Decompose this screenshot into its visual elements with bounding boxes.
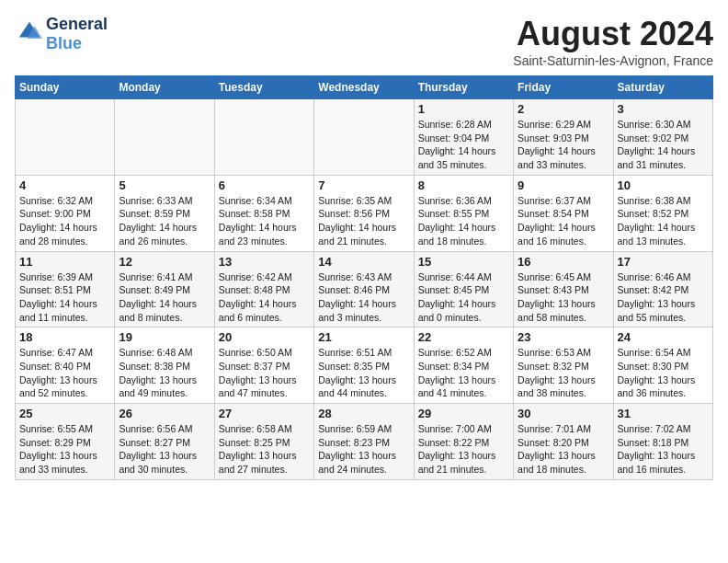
calendar-day-17: 17Sunrise: 6:46 AMSunset: 8:42 PMDayligh… — [613, 251, 712, 327]
day-number: 11 — [19, 255, 110, 269]
empty-cell — [314, 99, 414, 176]
day-number: 5 — [119, 178, 210, 192]
day-number: 19 — [119, 330, 210, 344]
calendar-day-12: 12Sunrise: 6:41 AMSunset: 8:49 PMDayligh… — [115, 251, 214, 327]
day-number: 18 — [19, 330, 110, 344]
day-number: 15 — [418, 255, 509, 269]
day-number: 26 — [119, 407, 210, 420]
day-info: Sunrise: 6:46 AMSunset: 8:42 PMDaylight:… — [618, 270, 709, 325]
day-info: Sunrise: 6:54 AMSunset: 8:30 PMDaylight:… — [618, 346, 709, 400]
day-number: 20 — [219, 330, 310, 344]
calendar-day-5: 5Sunrise: 6:33 AMSunset: 8:59 PMDaylight… — [115, 175, 214, 251]
day-number: 7 — [318, 178, 409, 192]
day-number: 6 — [219, 178, 310, 192]
day-info: Sunrise: 6:32 AMSunset: 9:00 PMDaylight:… — [19, 194, 110, 248]
day-number: 28 — [318, 407, 409, 420]
day-info: Sunrise: 6:35 AMSunset: 8:56 PMDaylight:… — [318, 194, 409, 248]
day-number: 8 — [418, 178, 509, 192]
day-info: Sunrise: 6:38 AMSunset: 8:52 PMDaylight:… — [618, 194, 709, 248]
calendar-day-9: 9Sunrise: 6:37 AMSunset: 8:54 PMDaylight… — [514, 175, 613, 251]
day-info: Sunrise: 6:44 AMSunset: 8:45 PMDaylight:… — [418, 270, 509, 325]
day-number: 24 — [618, 330, 709, 344]
day-number: 10 — [618, 178, 709, 192]
calendar-day-4: 4Sunrise: 6:32 AMSunset: 9:00 PMDaylight… — [16, 175, 115, 251]
day-number: 22 — [418, 330, 509, 344]
header: General Blue August 2024 Saint-Saturnin-… — [15, 15, 713, 68]
day-info: Sunrise: 7:02 AMSunset: 8:18 PMDaylight:… — [618, 422, 709, 477]
calendar-table: SundayMondayTuesdayWednesdayThursdayFrid… — [15, 75, 713, 480]
calendar-day-27: 27Sunrise: 6:58 AMSunset: 8:25 PMDayligh… — [214, 404, 313, 480]
day-number: 1 — [418, 102, 509, 116]
calendar-day-28: 28Sunrise: 6:59 AMSunset: 8:23 PMDayligh… — [314, 404, 414, 480]
day-info: Sunrise: 6:51 AMSunset: 8:35 PMDaylight:… — [318, 346, 409, 400]
empty-cell — [115, 99, 214, 176]
day-info: Sunrise: 6:58 AMSunset: 8:25 PMDaylight:… — [219, 422, 310, 477]
day-number: 29 — [418, 407, 509, 420]
calendar-day-10: 10Sunrise: 6:38 AMSunset: 8:52 PMDayligh… — [613, 175, 712, 251]
logo-icon — [17, 19, 42, 45]
day-info: Sunrise: 6:36 AMSunset: 8:55 PMDaylight:… — [418, 194, 509, 248]
day-number: 13 — [219, 255, 310, 269]
calendar-day-29: 29Sunrise: 7:00 AMSunset: 8:22 PMDayligh… — [414, 404, 513, 480]
calendar-day-8: 8Sunrise: 6:36 AMSunset: 8:55 PMDaylight… — [414, 175, 513, 251]
day-info: Sunrise: 6:28 AMSunset: 9:04 PMDaylight:… — [418, 118, 509, 172]
day-number: 12 — [119, 255, 210, 269]
day-info: Sunrise: 6:34 AMSunset: 8:58 PMDaylight:… — [219, 194, 310, 248]
calendar-week-row: 11Sunrise: 6:39 AMSunset: 8:51 PMDayligh… — [16, 251, 713, 327]
day-info: Sunrise: 6:48 AMSunset: 8:38 PMDaylight:… — [119, 346, 210, 400]
calendar-day-31: 31Sunrise: 7:02 AMSunset: 8:18 PMDayligh… — [613, 404, 712, 480]
calendar-header-row: SundayMondayTuesdayWednesdayThursdayFrid… — [16, 76, 713, 99]
day-info: Sunrise: 6:33 AMSunset: 8:59 PMDaylight:… — [119, 194, 210, 248]
day-number: 27 — [219, 407, 310, 420]
day-info: Sunrise: 6:50 AMSunset: 8:37 PMDaylight:… — [219, 346, 310, 400]
day-number: 9 — [518, 178, 609, 192]
day-number: 31 — [618, 407, 709, 420]
day-info: Sunrise: 6:37 AMSunset: 8:54 PMDaylight:… — [518, 194, 609, 248]
calendar-week-row: 25Sunrise: 6:55 AMSunset: 8:29 PMDayligh… — [16, 404, 713, 480]
day-number: 3 — [618, 102, 709, 116]
day-header-thursday: Thursday — [414, 76, 513, 99]
calendar-day-18: 18Sunrise: 6:47 AMSunset: 8:40 PMDayligh… — [16, 327, 115, 404]
day-info: Sunrise: 6:45 AMSunset: 8:43 PMDaylight:… — [518, 270, 609, 325]
calendar-week-row: 18Sunrise: 6:47 AMSunset: 8:40 PMDayligh… — [16, 327, 713, 404]
calendar-day-14: 14Sunrise: 6:43 AMSunset: 8:46 PMDayligh… — [314, 251, 414, 327]
day-info: Sunrise: 6:59 AMSunset: 8:23 PMDaylight:… — [318, 422, 409, 477]
empty-cell — [16, 99, 115, 176]
day-info: Sunrise: 6:55 AMSunset: 8:29 PMDaylight:… — [19, 422, 110, 477]
calendar-day-16: 16Sunrise: 6:45 AMSunset: 8:43 PMDayligh… — [514, 251, 613, 327]
calendar-title: August 2024 — [513, 15, 713, 53]
calendar-day-22: 22Sunrise: 6:52 AMSunset: 8:34 PMDayligh… — [414, 327, 513, 404]
day-number: 30 — [518, 407, 609, 420]
day-header-saturday: Saturday — [613, 76, 712, 99]
day-header-friday: Friday — [514, 76, 613, 99]
day-header-monday: Monday — [115, 76, 214, 99]
calendar-day-24: 24Sunrise: 6:54 AMSunset: 8:30 PMDayligh… — [613, 327, 712, 404]
day-info: Sunrise: 6:43 AMSunset: 8:46 PMDaylight:… — [318, 270, 409, 325]
calendar-week-row: 1Sunrise: 6:28 AMSunset: 9:04 PMDaylight… — [16, 99, 713, 176]
calendar-day-19: 19Sunrise: 6:48 AMSunset: 8:38 PMDayligh… — [115, 327, 214, 404]
logo-blue: Blue — [46, 34, 108, 53]
title-area: August 2024 Saint-Saturnin-les-Avignon, … — [513, 15, 713, 68]
day-info: Sunrise: 6:30 AMSunset: 9:02 PMDaylight:… — [618, 118, 709, 172]
day-number: 25 — [19, 407, 110, 420]
day-info: Sunrise: 7:01 AMSunset: 8:20 PMDaylight:… — [518, 422, 609, 477]
day-info: Sunrise: 6:53 AMSunset: 8:32 PMDaylight:… — [518, 346, 609, 400]
day-info: Sunrise: 6:42 AMSunset: 8:48 PMDaylight:… — [219, 270, 310, 325]
calendar-day-7: 7Sunrise: 6:35 AMSunset: 8:56 PMDaylight… — [314, 175, 414, 251]
day-number: 14 — [318, 255, 409, 269]
calendar-day-26: 26Sunrise: 6:56 AMSunset: 8:27 PMDayligh… — [115, 404, 214, 480]
calendar-day-2: 2Sunrise: 6:29 AMSunset: 9:03 PMDaylight… — [514, 99, 613, 176]
calendar-day-30: 30Sunrise: 7:01 AMSunset: 8:20 PMDayligh… — [514, 404, 613, 480]
day-number: 17 — [618, 255, 709, 269]
calendar-week-row: 4Sunrise: 6:32 AMSunset: 9:00 PMDaylight… — [16, 175, 713, 251]
day-info: Sunrise: 6:39 AMSunset: 8:51 PMDaylight:… — [19, 270, 110, 325]
calendar-day-20: 20Sunrise: 6:50 AMSunset: 8:37 PMDayligh… — [214, 327, 313, 404]
day-info: Sunrise: 6:52 AMSunset: 8:34 PMDaylight:… — [418, 346, 509, 400]
calendar-day-21: 21Sunrise: 6:51 AMSunset: 8:35 PMDayligh… — [314, 327, 414, 404]
day-header-sunday: Sunday — [16, 76, 115, 99]
day-number: 21 — [318, 330, 409, 344]
day-number: 4 — [19, 178, 110, 192]
day-header-wednesday: Wednesday — [314, 76, 414, 99]
day-info: Sunrise: 7:00 AMSunset: 8:22 PMDaylight:… — [418, 422, 509, 477]
day-info: Sunrise: 6:56 AMSunset: 8:27 PMDaylight:… — [119, 422, 210, 477]
